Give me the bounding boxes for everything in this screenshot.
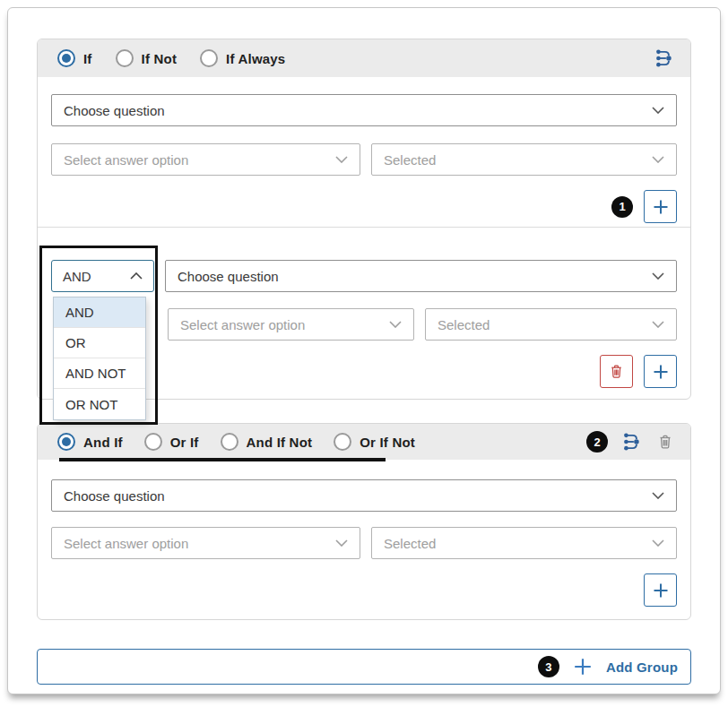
trash-icon xyxy=(608,363,625,380)
group1-condition-1: Choose question Select answer option Sel… xyxy=(38,77,690,227)
radio-circle-icon xyxy=(57,433,75,451)
radio-or-if-not[interactable]: Or If Not xyxy=(334,433,415,451)
annotation-badge-2: 2 xyxy=(586,431,608,453)
question-select[interactable]: Choose question xyxy=(51,94,677,126)
plus-icon xyxy=(652,582,670,599)
radio-and-if-not[interactable]: And If Not xyxy=(221,433,313,451)
select-placeholder: Select answer option xyxy=(64,152,326,168)
group2-header-actions: 2 xyxy=(586,431,674,453)
group2-header: And If Or If And If Not Or If Not 2 xyxy=(38,424,690,460)
chevron-down-icon xyxy=(335,156,348,163)
select-value: Choose question xyxy=(178,269,643,284)
add-group-label: Add Group xyxy=(606,660,678,675)
radio-circle-icon xyxy=(221,433,238,451)
radio-if-not[interactable]: If Not xyxy=(116,49,178,67)
select-placeholder: Selected xyxy=(438,317,643,332)
select-placeholder: Selected xyxy=(384,536,643,551)
answer-option-select[interactable]: Select answer option xyxy=(51,143,360,176)
group1-header-actions xyxy=(654,48,674,68)
question-select[interactable]: Choose question xyxy=(165,260,677,292)
radio-label: And If xyxy=(83,435,123,450)
radio-label: Or If xyxy=(170,435,199,450)
add-group-button[interactable]: 3 Add Group xyxy=(37,649,691,685)
radio-or-if[interactable]: Or If xyxy=(144,433,199,451)
dropdown-option-or-not[interactable]: OR NOT xyxy=(54,389,145,419)
chevron-up-icon xyxy=(130,272,143,280)
radio-if-always[interactable]: If Always xyxy=(200,49,285,67)
join-operator-wrap: AND AND OR AND NOT OR NOT xyxy=(51,260,154,292)
answer-option-select[interactable]: Select answer option xyxy=(168,308,414,341)
skip-logic-icon[interactable] xyxy=(622,432,642,452)
radio-label: Or If Not xyxy=(360,435,415,450)
add-condition-button[interactable] xyxy=(644,190,677,223)
logic-builder-panel: If If Not If Always xyxy=(7,7,721,694)
logic-group-1: If If Not If Always xyxy=(37,39,691,400)
radio-circle-icon xyxy=(144,433,162,451)
operator-select[interactable]: Selected xyxy=(425,308,677,341)
radio-and-if[interactable]: And If xyxy=(57,433,123,451)
delete-group-trash-icon[interactable] xyxy=(656,433,674,451)
annotation-badge-3: 3 xyxy=(538,656,559,677)
radio-circle-icon xyxy=(200,49,218,67)
select-value: Choose question xyxy=(64,488,643,504)
add-condition-button[interactable] xyxy=(644,573,677,607)
operator-select[interactable]: Selected xyxy=(371,527,677,559)
logic-group-2: And If Or If And If Not Or If Not 2 xyxy=(37,423,691,620)
dropdown-option-and-not[interactable]: AND NOT xyxy=(54,358,145,389)
radio-label: And If Not xyxy=(247,435,313,450)
chevron-down-icon xyxy=(652,539,664,547)
group1-condition-2: AND AND OR AND NOT OR NOT Choose questio… xyxy=(38,227,690,399)
chevron-down-icon xyxy=(652,492,664,499)
plus-icon xyxy=(652,363,670,381)
question-select[interactable]: Choose question xyxy=(51,479,677,512)
radio-label: If xyxy=(83,51,92,66)
group2-condition: Choose question Select answer option Sel… xyxy=(38,460,690,619)
operator-select[interactable]: Selected xyxy=(371,143,677,176)
add-condition-button[interactable] xyxy=(644,355,677,388)
radio-label: If Always xyxy=(226,51,285,66)
answer-option-select[interactable]: Select answer option xyxy=(51,527,360,559)
group1-header: If If Not If Always xyxy=(38,39,690,77)
select-placeholder: Selected xyxy=(384,152,643,168)
chevron-down-icon xyxy=(335,539,348,547)
dropdown-option-and[interactable]: AND xyxy=(54,297,145,328)
radio-circle-icon xyxy=(57,49,75,67)
select-placeholder: Select answer option xyxy=(64,536,326,551)
radio-if[interactable]: If xyxy=(57,49,92,67)
annotation-badge-1: 1 xyxy=(611,196,633,218)
radio-circle-icon xyxy=(116,49,134,67)
select-value: AND xyxy=(63,269,130,284)
delete-condition-button[interactable] xyxy=(600,355,633,388)
plus-icon xyxy=(652,198,670,216)
radio-label: If Not xyxy=(142,51,178,66)
plus-icon xyxy=(573,657,593,677)
chevron-down-icon xyxy=(652,321,664,328)
join-operator-select[interactable]: AND xyxy=(51,260,154,292)
chevron-down-icon xyxy=(389,321,402,328)
radio-circle-icon xyxy=(334,433,351,451)
select-value: Choose question xyxy=(64,103,643,118)
chevron-down-icon xyxy=(652,272,664,280)
chevron-down-icon xyxy=(652,107,664,114)
dropdown-option-or[interactable]: OR xyxy=(54,328,145,358)
skip-logic-icon[interactable] xyxy=(654,48,674,68)
chevron-down-icon xyxy=(652,156,664,163)
join-operator-dropdown: AND OR AND NOT OR NOT xyxy=(53,297,146,420)
select-placeholder: Select answer option xyxy=(180,317,380,332)
